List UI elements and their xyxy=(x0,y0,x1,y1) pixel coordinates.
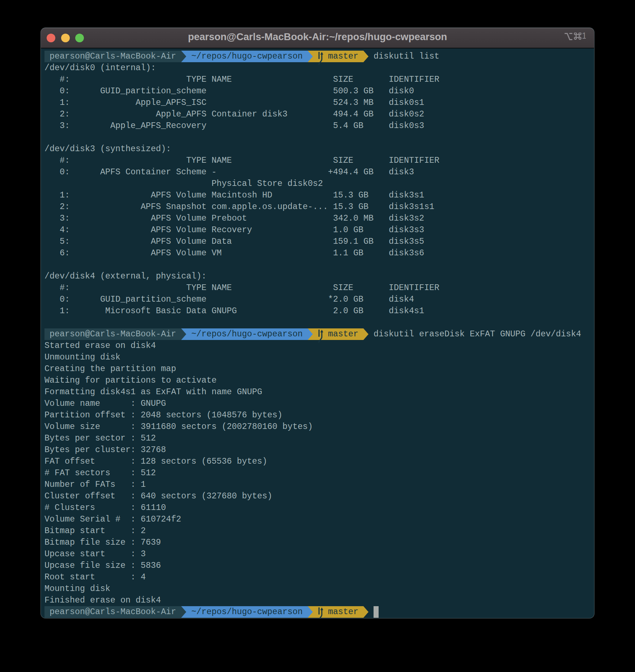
svg-text:1: 1 xyxy=(582,33,586,41)
